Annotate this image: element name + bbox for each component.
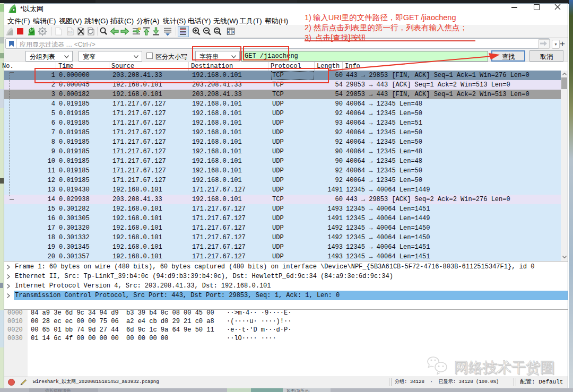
svg-text:010: 010	[68, 31, 73, 34]
